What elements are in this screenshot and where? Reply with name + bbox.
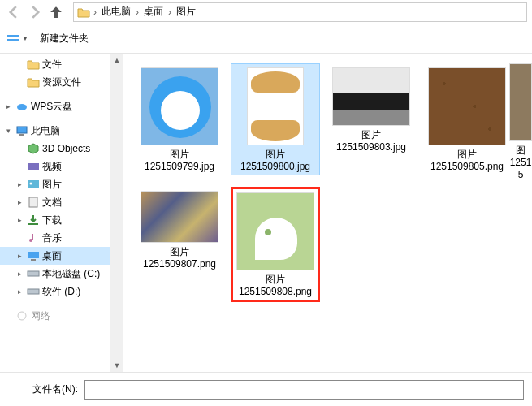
- file-thumbnail: [509, 63, 532, 141]
- tree-twisty-expand[interactable]: ▸: [15, 216, 24, 224]
- file-thumbnail: [332, 67, 410, 126]
- nav-up-button[interactable]: [47, 3, 65, 21]
- chevron-right-icon: ›: [134, 6, 141, 18]
- new-folder-button[interactable]: 新建文件夹: [40, 32, 89, 45]
- sidebar-item-label: 桌面: [42, 249, 62, 263]
- file-item[interactable]: 图片1251509799.jpg: [135, 63, 224, 175]
- tree-twisty-collapse[interactable]: ▾: [3, 127, 13, 135]
- file-thumbnail: [247, 67, 304, 145]
- chevron-right-icon: ›: [92, 6, 98, 18]
- svg-rect-0: [7, 35, 19, 37]
- file-name: 图片1251509800.jpg: [240, 149, 310, 173]
- svg-rect-3: [17, 127, 27, 133]
- file-thumbnail: [141, 67, 218, 145]
- tree-twisty-expand[interactable]: ▸: [15, 198, 24, 206]
- svg-rect-4: [19, 134, 24, 136]
- nav-back-button[interactable]: [5, 3, 23, 21]
- sidebar-item-drive-c[interactable]: ▸ 本地磁盘 (C:): [0, 265, 123, 283]
- filename-input[interactable]: [84, 380, 524, 400]
- sidebar-item-wps[interactable]: ▸ WPS云盘: [0, 97, 123, 115]
- file-thumbnail: [236, 192, 314, 270]
- sidebar-item-downloads[interactable]: ▸ 下载: [0, 211, 123, 229]
- sidebar-item-label: 下载: [42, 214, 62, 227]
- svg-rect-11: [32, 234, 33, 240]
- svg-rect-13: [31, 259, 36, 261]
- sidebar-item-documents[interactable]: ▸ 文档: [0, 193, 123, 211]
- breadcrumb-item[interactable]: 桌面: [142, 5, 165, 19]
- svg-point-2: [17, 104, 27, 110]
- computer-icon: [15, 125, 28, 136]
- sidebar-tree[interactable]: 文件 资源文件 ▸ WPS云盘 ▾ 此电脑 3D Objects 视频: [0, 54, 123, 372]
- sidebar-item-label: WPS云盘: [31, 100, 72, 114]
- tree-twisty-expand[interactable]: ▸: [15, 180, 24, 188]
- svg-rect-8: [29, 197, 37, 207]
- sidebar-item-label: 软件 (D:): [42, 285, 80, 299]
- file-name: 图片1251509799.jpg: [145, 149, 214, 173]
- folder-icon: [77, 6, 90, 18]
- tree-twisty-expand[interactable]: ▸: [15, 252, 24, 260]
- svg-rect-14: [28, 271, 39, 276]
- organize-dropdown[interactable]: ▼: [6, 33, 28, 45]
- folder-icon: [27, 58, 40, 70]
- sidebar-item-3dobjects[interactable]: 3D Objects: [0, 140, 123, 158]
- sidebar-item-network[interactable]: 网络: [0, 307, 123, 325]
- file-name: 图片1251509808.png: [239, 274, 312, 298]
- sidebar-item-thispc[interactable]: ▾ 此电脑: [0, 122, 123, 140]
- sidebar-item-music[interactable]: 音乐: [0, 229, 123, 247]
- music-icon: [27, 232, 40, 244]
- sidebar-item-pictures[interactable]: ▸ 图片: [0, 175, 123, 193]
- file-item[interactable]: 图片1251509807.png: [135, 187, 224, 302]
- tree-twisty-expand[interactable]: ▸: [15, 270, 24, 278]
- cloud-icon: [15, 101, 28, 112]
- file-item[interactable]: 图片1251509805.png: [422, 63, 512, 175]
- nav-forward-button[interactable]: [26, 3, 44, 21]
- sidebar-item-videos[interactable]: 视频: [0, 158, 123, 175]
- filename-label: 文件名(N):: [32, 382, 78, 396]
- svg-rect-1: [7, 39, 19, 41]
- sidebar-scrollbar[interactable]: ▲ ▼: [110, 54, 123, 372]
- tree-twisty-expand[interactable]: ▸: [15, 287, 24, 296]
- sidebar-item-drive-d[interactable]: ▸ 软件 (D:): [0, 283, 123, 300]
- svg-point-7: [30, 183, 32, 185]
- svg-rect-5: [28, 163, 39, 170]
- command-bar: ▼ 新建文件夹: [0, 24, 532, 54]
- tree-twisty-expand[interactable]: ▸: [3, 102, 13, 110]
- breadcrumb[interactable]: › 此电脑 › 桌面 › 图片: [73, 2, 527, 22]
- file-list[interactable]: 图片1251509799.jpg 图片1251509800.jpg 图片1251…: [123, 54, 532, 372]
- sidebar-item-label: 图片: [42, 178, 62, 192]
- file-item-highlighted[interactable]: 图片1251509808.png: [231, 187, 320, 302]
- main-area: 文件 资源文件 ▸ WPS云盘 ▾ 此电脑 3D Objects 视频: [0, 54, 532, 372]
- file-item[interactable]: 图片1251509800.jpg: [231, 63, 320, 175]
- sidebar-item-label: 网络: [31, 309, 50, 323]
- file-thumbnail: [428, 67, 506, 145]
- sidebar-item-label: 文件: [42, 58, 62, 71]
- sidebar-item-desktop[interactable]: ▸ 桌面: [0, 247, 123, 265]
- sidebar-item-files[interactable]: 文件: [0, 55, 123, 73]
- sidebar-item-label: 3D Objects: [42, 143, 90, 154]
- svg-rect-9: [28, 223, 38, 225]
- documents-icon: [27, 197, 40, 208]
- network-icon: [15, 310, 28, 322]
- file-name: 图12515: [509, 145, 532, 181]
- sidebar-item-resources[interactable]: 资源文件: [0, 73, 123, 91]
- sidebar-item-label: 视频: [42, 160, 62, 174]
- scroll-up-button[interactable]: ▲: [110, 54, 123, 67]
- scroll-down-button[interactable]: ▼: [110, 359, 123, 372]
- filename-bar: 文件名(N):: [0, 372, 532, 406]
- address-bar: › 此电脑 › 桌面 › 图片: [0, 0, 532, 24]
- sidebar-item-label: 文档: [42, 196, 62, 209]
- 3d-icon: [27, 143, 40, 154]
- sidebar-item-label: 资源文件: [42, 76, 81, 89]
- scroll-track[interactable]: [110, 67, 123, 359]
- pictures-icon: [27, 179, 40, 190]
- breadcrumb-item[interactable]: 图片: [175, 5, 197, 19]
- chevron-right-icon: ›: [167, 6, 173, 18]
- sidebar-item-label: 本地磁盘 (C:): [42, 267, 100, 281]
- file-item[interactable]: 图片1251509803.jpg: [327, 63, 416, 175]
- drive-icon: [27, 286, 40, 297]
- breadcrumb-item[interactable]: 此电脑: [100, 5, 132, 19]
- file-item-partial[interactable]: 图12515: [509, 63, 532, 181]
- chevron-down-icon: ▼: [22, 35, 28, 42]
- file-name: 图片1251509805.png: [430, 149, 504, 173]
- new-folder-label: 新建文件夹: [40, 32, 89, 45]
